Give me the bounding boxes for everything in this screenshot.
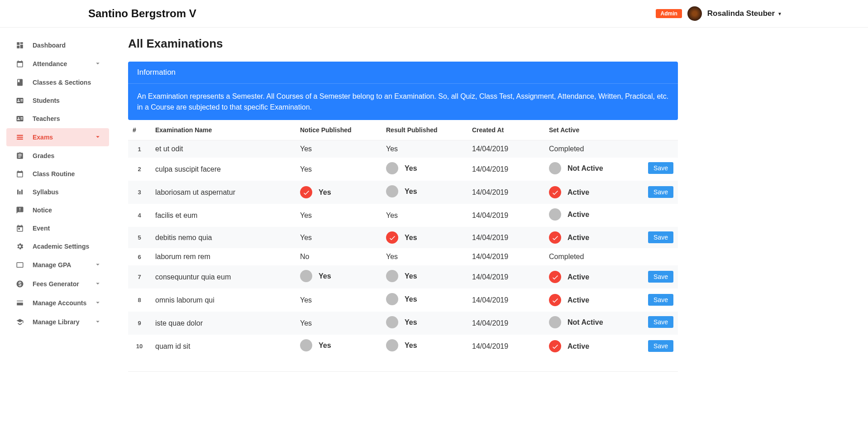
th-num: # [128,120,151,140]
active-toggle[interactable] [549,271,561,283]
main-content: All Examinations Information An Examinat… [115,28,868,381]
notice-toggle[interactable] [300,270,312,282]
result-cell: Yes [382,181,467,204]
info-box: Information An Examination represents a … [128,62,678,120]
result-cell: Yes [382,204,467,227]
badge-icon [14,96,25,105]
result-text: Yes [405,341,417,350]
notice-cell: Yes [296,140,382,158]
exam-name: laborum rem rem [151,248,296,265]
result-text: Yes [405,187,417,196]
result-cell: Yes [382,248,467,265]
active-toggle[interactable] [549,162,561,174]
notice-toggle[interactable] [300,186,312,198]
sidebar-item-classes-sections[interactable]: Classes & Sections [6,74,109,91]
avatar[interactable] [687,6,702,21]
list-icon [14,133,25,141]
notice-cell: Yes [296,181,382,204]
th-notice: Notice Published [296,120,382,140]
caret-down-icon: ▼ [777,11,782,16]
active-toggle[interactable] [549,340,561,352]
result-toggle[interactable] [386,339,398,351]
sidebar-item-label: Academic Settings [33,243,102,250]
save-button[interactable]: Save [648,231,673,243]
sidebar-item-syllabus[interactable]: Syllabus [6,183,109,201]
result-text: Yes [386,253,398,261]
save-button[interactable]: Save [648,162,673,174]
result-toggle[interactable] [386,293,398,305]
sidebar-item-dashboard[interactable]: Dashboard [6,37,109,54]
notice-cell: Yes [296,335,382,358]
save-button[interactable]: Save [648,271,673,283]
sidebar-item-manage-accounts[interactable]: Manage Accounts [6,294,109,312]
sidebar-item-attendance[interactable]: Attendance [6,55,109,73]
result-toggle[interactable] [386,316,398,328]
save-button[interactable]: Save [648,316,673,328]
notice-cell: No [296,248,382,265]
active-text: Not Active [568,318,603,327]
svg-rect-2 [17,139,23,139]
set-active-cell: ActiveSave [544,288,678,312]
table-row: 4facilis et eumYesYes14/04/2019Active [128,204,678,227]
result-toggle[interactable] [386,162,398,174]
save-button[interactable]: Save [648,294,673,306]
result-text: Yes [386,211,398,220]
contact-icon [14,261,25,269]
result-cell: Yes [382,335,467,358]
row-number: 5 [128,227,151,248]
active-text: Active [568,234,589,242]
exam-name: debitis nemo quia [151,227,296,248]
sidebar-item-label: Attendance [33,60,94,67]
book-icon [14,78,25,87]
user-dropdown[interactable]: Rosalinda Steuber ▼ [707,9,782,18]
result-toggle[interactable] [386,185,398,197]
sidebar-item-manage-gpa[interactable]: Manage GPA [6,256,109,274]
notice-text: Yes [300,165,312,173]
result-toggle[interactable] [386,231,398,244]
active-text: Not Active [568,164,603,173]
th-result: Result Published [382,120,467,140]
gear-icon [14,242,25,250]
sidebar-item-teachers[interactable]: Teachers [6,110,109,127]
chevron-down-icon [94,279,102,288]
sidebar-item-label: Syllabus [33,188,102,196]
sidebar-item-students[interactable]: Students [6,92,109,109]
row-number: 9 [128,312,151,335]
result-toggle[interactable] [386,270,398,282]
notice-toggle[interactable] [300,339,312,351]
sidebar-item-event[interactable]: Event [6,220,109,237]
set-active-cell: ActiveSave [544,335,678,358]
result-text: Yes [405,295,417,303]
created-at: 14/04/2019 [467,248,544,265]
exam-name: facilis et eum [151,204,296,227]
result-text: Yes [386,145,398,153]
notice-text: Yes [300,211,312,220]
sidebar-item-label: Manage Accounts [33,299,94,307]
sidebar-item-label: Manage Library [33,318,94,326]
notice-cell: Yes [296,312,382,335]
save-button[interactable]: Save [648,186,673,198]
sidebar-item-label: Class Routine [33,170,102,178]
save-button[interactable]: Save [648,340,673,352]
active-toggle[interactable] [549,294,561,306]
notice-text: Yes [300,319,312,327]
active-toggle[interactable] [549,316,561,328]
sidebar-item-academic-settings[interactable]: Academic Settings [6,238,109,255]
info-box-body: An Examination represents a Semester. Al… [128,84,678,120]
sidebar-item-manage-library[interactable]: Manage Library [6,313,109,331]
active-toggle[interactable] [549,186,561,198]
exam-name: laboriosam ut aspernatur [151,181,296,204]
active-toggle[interactable] [549,208,561,221]
table-row: 5debitis nemo quiaYesYes14/04/2019Active… [128,227,678,248]
active-toggle[interactable] [549,231,561,244]
svg-rect-1 [17,137,23,138]
sidebar-item-grades[interactable]: Grades [6,147,109,164]
chevron-down-icon [94,298,102,308]
sidebar-item-exams[interactable]: Exams [6,128,109,146]
table-row: 10quam id sitYesYes14/04/2019ActiveSave [128,335,678,358]
sidebar-item-fees-generator[interactable]: Fees Generator [6,275,109,293]
sidebar: DashboardAttendanceClasses & SectionsStu… [0,28,115,381]
sidebar-item-class-routine[interactable]: Class Routine [6,165,109,183]
set-active-cell: Active [544,204,678,227]
sidebar-item-notice[interactable]: Notice [6,202,109,219]
